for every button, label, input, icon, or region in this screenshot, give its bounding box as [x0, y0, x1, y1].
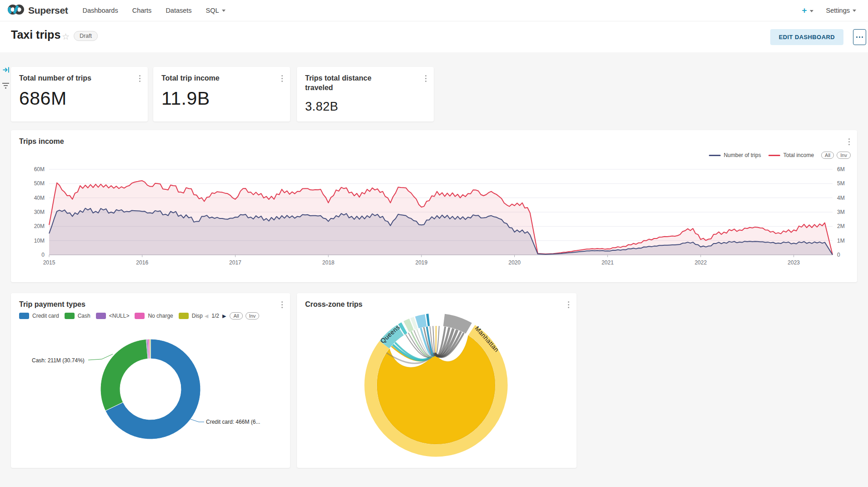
brand-name: Superset: [28, 5, 68, 16]
trips-income-chart[interactable]: 0010M1M20M2M30M3M40M4M50M5M60M6M20152016…: [11, 130, 857, 282]
dashboard-more-button[interactable]: [853, 29, 866, 45]
favorite-star-icon[interactable]: ☆: [62, 31, 70, 42]
svg-text:6M: 6M: [837, 166, 845, 172]
filter-icon: [2, 83, 10, 91]
nav-right: + Settings: [802, 5, 856, 15]
svg-text:2017: 2017: [229, 259, 241, 266]
svg-text:20M: 20M: [34, 223, 45, 229]
chart-options-menu[interactable]: [424, 74, 428, 83]
svg-text:1M: 1M: [837, 238, 845, 244]
svg-text:0: 0: [41, 252, 45, 258]
edit-dashboard-button[interactable]: EDIT DASHBOARD: [770, 29, 843, 45]
svg-text:Credit card: 466M (6...: Credit card: 466M (6...: [206, 419, 260, 425]
expand-filter-bar-button[interactable]: [2, 66, 10, 76]
new-item-button[interactable]: +: [802, 5, 813, 15]
dashboard-header: Taxi trips ☆ Draft EDIT DASHBOARD: [0, 21, 868, 52]
trips-income-panel: Trips income Number of trips Total incom…: [11, 130, 857, 282]
svg-text:0: 0: [837, 252, 840, 258]
chevron-down-icon: [853, 10, 856, 12]
svg-text:2023: 2023: [788, 259, 800, 266]
settings-menu[interactable]: Settings: [826, 7, 856, 14]
cross-zone-chord-chart[interactable]: ManhattanQueens: [297, 293, 577, 468]
svg-text:4M: 4M: [837, 195, 845, 201]
kpi-card-total-trips: Total number of trips 686M: [11, 67, 148, 122]
cross-zone-panel: Cross-zone trips ManhattanQueens: [297, 293, 577, 468]
nav-item-dashboards[interactable]: Dashboards: [82, 7, 118, 14]
kpi-title: Total trip income: [161, 73, 220, 83]
svg-text:2020: 2020: [508, 259, 521, 266]
svg-text:2M: 2M: [837, 223, 845, 229]
svg-text:Cash: 211M (30.74%): Cash: 211M (30.74%): [32, 357, 85, 364]
expand-right-icon: [2, 67, 10, 75]
kpi-title: Total number of trips: [19, 73, 91, 83]
svg-text:40M: 40M: [34, 195, 45, 201]
svg-text:10M: 10M: [34, 238, 45, 244]
superset-logo[interactable]: Superset: [7, 3, 68, 18]
nav-item-charts[interactable]: Charts: [132, 7, 152, 14]
svg-text:2022: 2022: [695, 259, 707, 266]
kpi-value: 686M: [19, 88, 67, 109]
superset-logo-icon: [7, 3, 25, 18]
chart-options-menu[interactable]: [138, 74, 142, 83]
svg-text:60M: 60M: [34, 166, 45, 172]
kpi-card-total-distance: Trips total distance traveled 3.82B: [297, 67, 434, 122]
status-badge: Draft: [74, 31, 98, 41]
svg-text:3M: 3M: [837, 209, 845, 215]
svg-text:2019: 2019: [415, 259, 427, 266]
svg-text:2016: 2016: [136, 259, 148, 266]
page-title: Taxi trips: [11, 28, 60, 41]
kpi-title: Trips total distance traveled: [305, 73, 396, 92]
svg-text:2015: 2015: [43, 259, 55, 266]
svg-text:50M: 50M: [34, 180, 45, 187]
top-nav: Superset Dashboards Charts Datasets SQL …: [0, 0, 868, 21]
kpi-value: 11.9B: [161, 88, 210, 109]
chevron-down-icon: [810, 10, 813, 12]
kpi-card-trip-income: Total trip income 11.9B: [153, 67, 290, 122]
svg-text:5M: 5M: [837, 180, 845, 187]
chevron-down-icon: [222, 10, 226, 12]
superset-dashboard-app: Superset Dashboards Charts Datasets SQL …: [0, 0, 868, 487]
payment-types-panel: Trip payment types Credit card Cash <NUL…: [11, 293, 290, 468]
filter-bar-button[interactable]: [2, 81, 10, 91]
svg-text:2021: 2021: [602, 259, 614, 266]
kpi-value: 3.82B: [305, 100, 338, 114]
nav-item-datasets[interactable]: Datasets: [166, 7, 191, 14]
payment-types-donut-chart[interactable]: Cash: 211M (30.74%)Credit card: 466M (6.…: [11, 293, 290, 468]
svg-text:2018: 2018: [322, 259, 335, 266]
nav-item-sql[interactable]: SQL: [206, 7, 226, 14]
chart-options-menu[interactable]: [280, 74, 284, 83]
svg-text:30M: 30M: [34, 209, 45, 215]
